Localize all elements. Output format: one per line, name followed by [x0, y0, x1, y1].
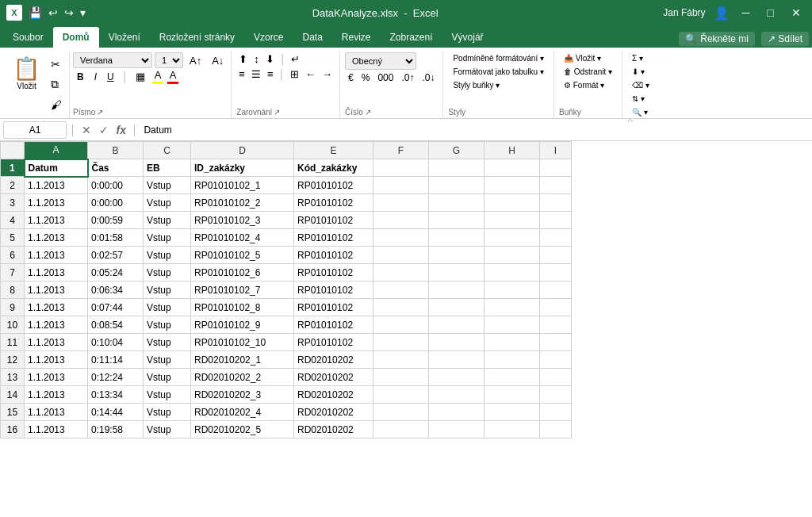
cell-h6[interactable]	[485, 247, 540, 264]
cell-d7[interactable]: RP01010102_6	[191, 264, 294, 281]
cell-e8[interactable]: RP01010102	[294, 281, 373, 299]
cell-c14[interactable]: Vstup	[144, 386, 191, 404]
cell-d4[interactable]: RP01010102_3	[191, 212, 294, 229]
tab-vzorce[interactable]: Vzorce	[244, 27, 293, 48]
cell-g11[interactable]	[429, 334, 485, 351]
cell-i14[interactable]	[540, 386, 572, 404]
cell-a12[interactable]: 1.1.2013	[25, 351, 88, 369]
cell-d12[interactable]: RD02010202_1	[191, 351, 294, 369]
cell-c3[interactable]: Vstup	[144, 194, 191, 212]
align-middle-button[interactable]: ↕	[251, 52, 262, 66]
cell-e14[interactable]: RD02010202	[294, 386, 373, 404]
cell-f7[interactable]	[373, 264, 429, 281]
cell-b11[interactable]: 0:10:04	[88, 334, 144, 351]
cell-b2[interactable]: 0:00:00	[88, 177, 144, 194]
cell-a13[interactable]: 1.1.2013	[25, 369, 88, 386]
cell-h8[interactable]	[485, 281, 540, 299]
cell-d10[interactable]: RP01010102_9	[191, 316, 294, 334]
cell-i6[interactable]	[540, 247, 572, 264]
cell-i1[interactable]	[540, 159, 572, 177]
row-number-8[interactable]: 8	[1, 281, 25, 299]
cell-f5[interactable]	[373, 229, 429, 247]
cell-d15[interactable]: RD02010202_4	[191, 404, 294, 421]
cell-i2[interactable]	[540, 177, 572, 194]
indent-inc-button[interactable]: →	[320, 67, 335, 81]
cell-a16[interactable]: 1.1.2013	[25, 421, 88, 438]
col-header-a[interactable]: A	[25, 142, 88, 159]
sort-filter-button[interactable]: ⇅ ▾	[627, 93, 654, 105]
cell-h16[interactable]	[485, 421, 540, 438]
cell-a1[interactable]: Datum	[25, 159, 88, 177]
cell-h11[interactable]	[485, 334, 540, 351]
tab-zobrazeni[interactable]: Zobrazení	[381, 27, 442, 48]
cell-d5[interactable]: RP01010102_4	[191, 229, 294, 247]
minimize-button[interactable]: ─	[737, 5, 755, 21]
name-box[interactable]: A1	[3, 121, 67, 139]
cell-c13[interactable]: Vstup	[144, 369, 191, 386]
cell-a8[interactable]: 1.1.2013	[25, 281, 88, 299]
tab-soubor[interactable]: Soubor	[3, 27, 53, 48]
alignment-expand-icon[interactable]: ↗	[274, 108, 280, 117]
italic-button[interactable]: I	[90, 70, 101, 84]
cell-i15[interactable]	[540, 404, 572, 421]
cell-d3[interactable]: RP01010102_2	[191, 194, 294, 212]
align-top-button[interactable]: ⬆	[236, 52, 250, 66]
cell-e13[interactable]: RD02010202	[294, 369, 373, 386]
cell-e11[interactable]: RP01010102	[294, 334, 373, 351]
cell-e1[interactable]: Kód_zakázky	[294, 159, 373, 177]
cell-h2[interactable]	[485, 177, 540, 194]
align-center-button[interactable]: ☰	[249, 67, 263, 81]
cell-styles-button[interactable]: Styly buňky ▾	[448, 79, 549, 91]
cell-f9[interactable]	[373, 299, 429, 316]
row-number-16[interactable]: 16	[1, 421, 25, 438]
cell-f15[interactable]	[373, 404, 429, 421]
tab-data[interactable]: Data	[293, 27, 331, 48]
row-number-6[interactable]: 6	[1, 247, 25, 264]
grid-scroll[interactable]: A B C D E F G H I 1 Datum Čas EB	[0, 141, 812, 517]
cell-i7[interactable]	[540, 264, 572, 281]
cell-e3[interactable]: RP01010102	[294, 194, 373, 212]
cell-e4[interactable]: RP01010102	[294, 212, 373, 229]
cell-i11[interactable]	[540, 334, 572, 351]
cell-a6[interactable]: 1.1.2013	[25, 247, 88, 264]
cell-c1[interactable]: EB	[144, 159, 191, 177]
cell-a5[interactable]: 1.1.2013	[25, 229, 88, 247]
maximize-button[interactable]: □	[763, 5, 779, 21]
cell-c8[interactable]: Vstup	[144, 281, 191, 299]
undo-qat-button[interactable]: ↩	[47, 5, 59, 21]
cell-i16[interactable]	[540, 421, 572, 438]
cell-b9[interactable]: 0:07:44	[88, 299, 144, 316]
col-header-e[interactable]: E	[294, 142, 373, 159]
thousands-button[interactable]: 000	[374, 71, 396, 84]
cell-i8[interactable]	[540, 281, 572, 299]
customize-qat-button[interactable]: ▾	[79, 5, 87, 21]
row-number-3[interactable]: 3	[1, 194, 25, 212]
fill-button[interactable]: ⬇ ▾	[627, 66, 654, 78]
cell-b1[interactable]: Čas	[88, 159, 144, 177]
font-color-button[interactable]: A	[167, 68, 179, 85]
cell-a4[interactable]: 1.1.2013	[25, 212, 88, 229]
cell-f13[interactable]	[373, 369, 429, 386]
row-number-2[interactable]: 2	[1, 177, 25, 194]
cell-i12[interactable]	[540, 351, 572, 369]
font-expand-icon[interactable]: ↗	[97, 108, 103, 117]
row-number-7[interactable]: 7	[1, 264, 25, 281]
decrease-font-button[interactable]: A↓	[208, 53, 228, 68]
col-header-f[interactable]: F	[373, 142, 429, 159]
row-number-1[interactable]: 1	[1, 159, 25, 177]
dec-decrease-button[interactable]: .0↓	[419, 71, 438, 84]
cell-g16[interactable]	[429, 421, 485, 438]
cancel-formula-button[interactable]: ✕	[79, 123, 94, 137]
row-number-14[interactable]: 14	[1, 386, 25, 404]
formula-input[interactable]	[140, 121, 809, 139]
row-number-15[interactable]: 15	[1, 404, 25, 421]
underline-button[interactable]: U	[103, 70, 118, 84]
increase-font-button[interactable]: A↑	[186, 53, 205, 68]
dec-increase-button[interactable]: .0↑	[398, 71, 417, 84]
tab-rozlozeni[interactable]: Rozložení stránky	[150, 27, 244, 48]
cell-b7[interactable]: 0:05:24	[88, 264, 144, 281]
cell-g6[interactable]	[429, 247, 485, 264]
redo-qat-button[interactable]: ↪	[63, 5, 75, 21]
format-painter-button[interactable]: 🖌	[48, 98, 64, 112]
cell-f11[interactable]	[373, 334, 429, 351]
